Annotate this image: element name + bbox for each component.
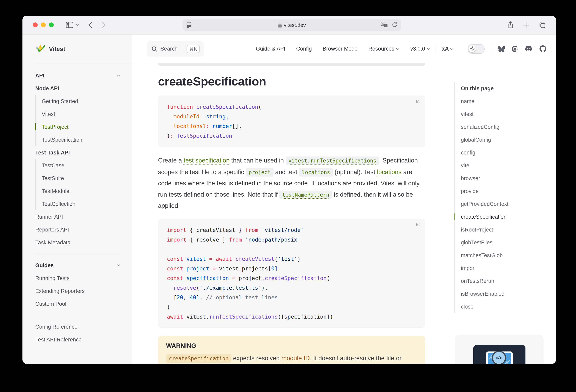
toc-item-createspecification[interactable]: createSpecification <box>461 210 556 223</box>
on-this-page-title: On this page <box>461 82 556 95</box>
sidebar-item-testspecification[interactable]: TestSpecification <box>42 133 120 146</box>
theme-toggle[interactable] <box>468 44 485 54</box>
browser-titlebar: vitest.dev A x <box>23 16 556 34</box>
code-lang-badge: ts <box>416 222 420 227</box>
svg-text:A: A <box>382 22 384 26</box>
toc-item-vite[interactable]: vite <box>461 159 556 172</box>
on-this-page: On this page namevitestserializedConfigg… <box>455 63 556 313</box>
reader-icon[interactable] <box>186 22 192 28</box>
logo[interactable]: Vitest <box>23 34 132 63</box>
toc-item-import[interactable]: import <box>461 262 556 274</box>
browser-window: vitest.dev A x <box>23 16 556 364</box>
sidebar-item-testcollection[interactable]: TestCollection <box>42 197 120 210</box>
tab-overview-icon[interactable] <box>539 22 546 28</box>
code-block-signature[interactable]: ts function createSpecification( moduleI… <box>158 95 425 147</box>
sidebar-toggle-icon[interactable] <box>66 22 73 28</box>
minimize-window-button[interactable] <box>41 23 46 27</box>
nav-link-guide-api[interactable]: Guide & API <box>256 46 285 52</box>
inline-link[interactable]: module ID <box>281 355 310 361</box>
toc-item-serializedconfig[interactable]: serializedConfig <box>461 120 556 133</box>
warning-text: createSpecification expects resolved mod… <box>166 353 417 364</box>
sidebar-item-testmodule[interactable]: TestModule <box>42 184 120 197</box>
sidebar-item-runner-api[interactable]: Runner API <box>35 210 120 223</box>
sidebar-item-testsuite[interactable]: TestSuite <box>42 172 120 184</box>
translate-icon[interactable]: A x <box>381 22 388 28</box>
inline-link[interactable]: testNamePattern <box>279 190 332 199</box>
sidebar-chevron-icon[interactable] <box>76 24 79 26</box>
vitest-logo-icon <box>35 44 46 54</box>
sponsor-illustration: </> <box>473 345 525 364</box>
code-lang-badge: ts <box>416 99 420 104</box>
back-button[interactable] <box>88 22 92 28</box>
toc-item-browser[interactable]: browser <box>461 172 556 184</box>
nav-link-browser-mode[interactable]: Browser Mode <box>323 46 358 52</box>
sidebar-item-testproject[interactable]: TestProject <box>42 120 120 133</box>
warning-callout: WARNING createSpecification expects reso… <box>158 336 425 364</box>
toc-item-name[interactable]: name <box>461 95 556 108</box>
github-icon[interactable] <box>540 45 546 52</box>
address-bar[interactable]: vitest.dev A x <box>182 19 401 31</box>
text-run: (optional). Test <box>333 168 377 175</box>
toc-item-ontestsrerun[interactable]: onTestsRerun <box>461 274 556 287</box>
sidebar-item-reporters-api[interactable]: Reporters API <box>35 223 120 236</box>
close-window-button[interactable] <box>33 23 38 27</box>
toc-item-isbrowserenabled[interactable]: isBrowserEnabled <box>461 287 556 300</box>
text-run: and test <box>273 168 299 175</box>
reload-icon[interactable] <box>392 22 398 28</box>
url-text: vitest.dev <box>284 22 306 28</box>
sidebar-item-vitest[interactable]: Vitest <box>42 108 120 120</box>
bluesky-icon[interactable] <box>498 46 505 52</box>
nav-link-config[interactable]: Config <box>296 46 312 52</box>
inline-code: project <box>246 168 274 176</box>
sidebar-section-divider <box>35 254 120 254</box>
search-placeholder: Search <box>160 46 178 52</box>
zoom-window-button[interactable] <box>49 23 54 27</box>
toc-item-config[interactable]: config <box>461 146 556 159</box>
inline-link[interactable]: test specification <box>184 157 230 164</box>
translate-glyph: x̄A <box>442 46 449 52</box>
sidebar-item-extending-reporters[interactable]: Extending Reporters <box>35 284 120 297</box>
previous-codeblock-edge <box>158 63 425 66</box>
language-menu[interactable]: x̄A <box>442 46 454 52</box>
toc-item-isrootproject[interactable]: isRootProject <box>461 223 556 236</box>
code-content: function createSpecification( moduleId: … <box>167 102 416 140</box>
sponsor-card[interactable]: </> <box>455 335 544 364</box>
discord-icon[interactable] <box>525 46 533 52</box>
toc-item-globalconfig[interactable]: globalConfig <box>461 133 556 146</box>
toc-item-getprovidedcontext[interactable]: getProvidedContext <box>461 197 556 210</box>
nav-link-v3-0-0[interactable]: v3.0.0 <box>410 46 431 52</box>
logo-text: Vitest <box>49 45 65 52</box>
mastodon-icon[interactable] <box>512 45 518 52</box>
text-run: that can be used in <box>230 157 286 164</box>
inline-link[interactable]: locations <box>377 168 402 175</box>
page-title: createSpecification <box>158 75 425 88</box>
sidebar-item-getting-started[interactable]: Getting Started <box>42 95 120 108</box>
toc-item-close[interactable]: close <box>461 300 556 313</box>
sidebar-group-node-api[interactable]: Node API <box>35 82 120 95</box>
sidebar-group-test-task-api[interactable]: Test Task API <box>35 146 120 159</box>
new-tab-icon[interactable] <box>523 22 529 28</box>
toc-item-matchestestglob[interactable]: matchesTestGlob <box>461 249 556 262</box>
toc-item-vitest[interactable]: vitest <box>461 108 556 120</box>
toc-item-globtestfiles[interactable]: globTestFiles <box>461 236 556 249</box>
nav-link-resources[interactable]: Resources <box>368 46 400 52</box>
inline-code: createSpecification <box>166 354 231 362</box>
sidebar-section-api[interactable]: API <box>35 69 120 82</box>
search-icon <box>152 46 157 52</box>
code-block-example[interactable]: ts import { createVitest } from 'vitest/… <box>158 218 425 328</box>
toc-item-provide[interactable]: provide <box>461 184 556 197</box>
share-icon[interactable] <box>507 21 514 29</box>
sidebar-item-running-tests[interactable]: Running Tests <box>35 272 120 284</box>
sidebar-section-divider <box>35 315 120 315</box>
sidebar-item-task-metadata[interactable]: Task Metadata <box>35 236 120 249</box>
chevron-down-icon <box>117 74 120 77</box>
search-input[interactable]: Search ⌘K <box>147 41 204 56</box>
svg-text:x: x <box>385 24 386 27</box>
sidebar-item-custom-pool[interactable]: Custom Pool <box>35 297 120 310</box>
sidebar-section-guides[interactable]: Guides <box>35 259 120 272</box>
inline-link[interactable]: vitest.runTestSpecifications <box>286 156 379 165</box>
sidebar-item-config-reference[interactable]: Config Reference <box>35 320 120 333</box>
forward-button[interactable] <box>102 22 106 28</box>
sidebar-item-testcase[interactable]: TestCase <box>42 159 120 172</box>
sidebar-item-test-api-reference[interactable]: Test API Reference <box>35 333 120 346</box>
